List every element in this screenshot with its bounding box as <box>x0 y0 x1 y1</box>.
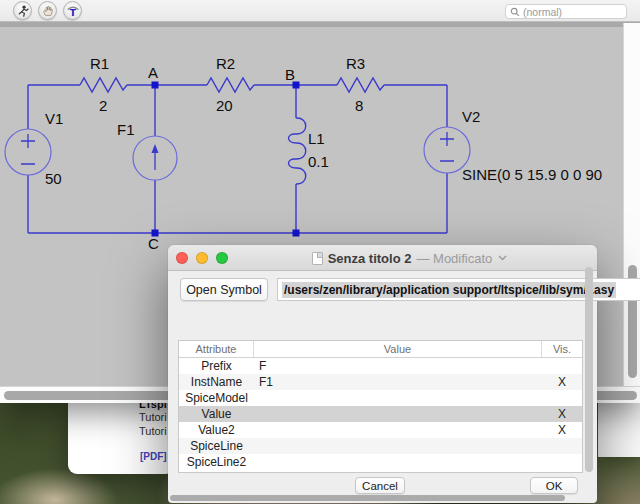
window-title: Senza titolo 2 <box>328 251 412 266</box>
search-icon <box>510 7 520 17</box>
schematic-label-V2-designator[interactable]: V2 <box>462 108 480 125</box>
attribute-cell[interactable]: SpiceLine <box>179 439 254 453</box>
vis-cell[interactable]: X <box>542 407 582 421</box>
schematic-label-node-C[interactable]: C <box>148 235 159 252</box>
symbol-path-text: /users/zen/library/application support/l… <box>282 282 616 298</box>
attribute-cell[interactable]: Value2 <box>179 423 254 437</box>
attribute-cell[interactable]: Value <box>179 407 254 421</box>
schematic-label-F1-designator[interactable]: F1 <box>117 121 135 138</box>
attribute-row-Value[interactable]: ValueX <box>179 406 582 422</box>
background-browser-window: LTspi Tutori Tutori [PDF] <box>68 396 175 474</box>
header-value[interactable]: Value <box>254 341 542 357</box>
attribute-cell[interactable]: SpiceLine2 <box>179 455 254 469</box>
header-vis[interactable]: Vis. <box>542 341 582 357</box>
attribute-row-SpiceLine2[interactable]: SpiceLine2 <box>179 454 582 470</box>
attribute-cell[interactable]: InstName <box>179 375 254 389</box>
dialog-horizontal-scrollbar[interactable] <box>170 495 565 501</box>
attribute-row-Value2[interactable]: Value2X <box>179 422 582 438</box>
vis-cell[interactable]: X <box>542 375 582 389</box>
background-text-line: Tutori <box>139 425 167 437</box>
schematic-label-R2-designator[interactable]: R2 <box>216 55 235 72</box>
schematic-label-L1-value[interactable]: 0.1 <box>308 153 329 170</box>
schematic-label-node-A[interactable]: A <box>148 64 158 81</box>
attribute-row-SpiceLine[interactable]: SpiceLine <box>179 438 582 454</box>
text-tool-icon[interactable]: T <box>63 1 82 20</box>
schematic-label-V1-value[interactable]: 50 <box>45 170 62 187</box>
schematic-label-V2-value[interactable]: SINE(0 5 15.9 0 0 90 <box>462 166 602 183</box>
schematic-label-R1-designator[interactable]: R1 <box>90 55 109 72</box>
title-chevron-icon[interactable] <box>498 255 507 261</box>
value-cell[interactable]: F <box>254 359 542 373</box>
attribute-cell[interactable]: SpiceModel <box>179 391 254 405</box>
V2-polarity-marks <box>440 132 454 161</box>
node-square-L1-bottom <box>293 230 300 237</box>
canvas-vertical-scrollbar[interactable] <box>623 23 640 386</box>
attribute-row-InstName[interactable]: InstNameF1X <box>179 374 582 390</box>
hand-tool-icon[interactable] <box>38 1 57 20</box>
attribute-table: Attribute Value Vis. PrefixFInstNameF1XS… <box>178 340 583 473</box>
attribute-row-Prefix[interactable]: PrefixF <box>179 358 582 374</box>
search-input[interactable] <box>523 6 618 18</box>
schematic-label-L1-designator[interactable]: L1 <box>308 130 325 147</box>
pdf-link[interactable]: [PDF] <box>140 451 167 462</box>
schematic-search-box[interactable] <box>505 4 627 19</box>
dialog-titlebar[interactable]: Senza titolo 2 — Modificato <box>168 245 597 271</box>
vis-cell[interactable]: X <box>542 423 582 437</box>
document-proxy-icon <box>312 252 323 265</box>
schematic-label-R3-value[interactable]: 8 <box>355 97 363 114</box>
schematic-label-R1-value[interactable]: 2 <box>99 97 107 114</box>
resistor-R3 <box>337 78 384 92</box>
schematic-label-V1-designator[interactable]: V1 <box>45 110 63 127</box>
symbol-attributes-dialog: Senza titolo 2 — Modificato Open Symbol … <box>168 245 597 503</box>
resistor-R1 <box>80 78 127 92</box>
node-square-A <box>152 82 159 89</box>
background-text-line: Tutori <box>139 411 167 423</box>
V1-polarity-marks <box>21 134 35 164</box>
attribute-table-header: Attribute Value Vis. <box>179 341 582 358</box>
wire-net <box>28 85 447 233</box>
open-symbol-button[interactable]: Open Symbol <box>180 278 268 301</box>
header-attribute[interactable]: Attribute <box>179 341 254 357</box>
attribute-cell[interactable]: Prefix <box>179 359 254 373</box>
ltspice-toolbar: T <box>0 0 640 22</box>
ok-button[interactable]: OK <box>530 477 578 494</box>
schematic-label-R2-value[interactable]: 20 <box>216 97 233 114</box>
background-window-fragment <box>598 402 640 457</box>
value-cell[interactable]: F1 <box>254 375 542 389</box>
schematic-label-node-B[interactable]: B <box>285 66 295 83</box>
window-modified-label: — Modificato <box>416 251 492 266</box>
attribute-row-SpiceModel[interactable]: SpiceModel <box>179 390 582 406</box>
inductor-L1 <box>289 118 306 184</box>
dialog-vertical-scrollbar[interactable] <box>585 267 593 472</box>
svg-text:T: T <box>69 7 76 18</box>
run-icon[interactable] <box>13 1 32 20</box>
schematic-label-R3-designator[interactable]: R3 <box>346 55 365 72</box>
F1-arrow-head <box>152 144 159 153</box>
resistor-R2 <box>207 78 254 92</box>
cancel-button[interactable]: Cancel <box>355 477 405 494</box>
